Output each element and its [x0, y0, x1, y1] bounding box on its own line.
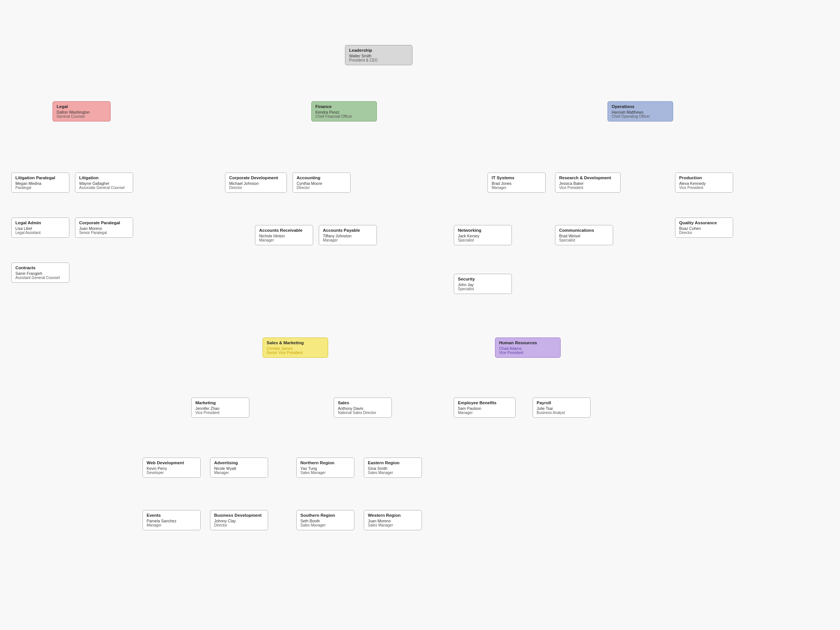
sales-marketing-node: Sales & Marketing Christie James Senior … [262, 338, 328, 358]
person-name: Megan Medina [15, 181, 65, 186]
person-name: Michael Johnson [229, 181, 283, 186]
person-role: Sales Manager [368, 523, 418, 527]
dept-label: Operations [612, 104, 669, 109]
dept-label: Western Region [368, 513, 418, 518]
dept-label: Contracts [15, 265, 65, 270]
dept-label: Production [679, 175, 729, 180]
person-name: Brad Weisel [559, 234, 609, 238]
dept-label: Accounts Receivable [259, 228, 309, 232]
person-name: Jack Kersey [458, 234, 508, 238]
person-name: Kendra Perez [315, 110, 373, 114]
person-role: Associate General Counsel [79, 186, 129, 190]
person-name: Chad Adams [499, 346, 556, 351]
it-systems-node: IT Systems Brad Jones Manager [488, 172, 546, 193]
person-name: Walter Smith [349, 54, 408, 58]
person-role: Manager [323, 238, 373, 242]
events-node: Events Pamela Sanchez Manager [142, 510, 201, 530]
dept-label: Quality Assurance [679, 221, 729, 225]
person-name: Juan Moreno [368, 519, 418, 523]
person-role: Director [214, 523, 264, 527]
person-role: Vice President [499, 351, 556, 355]
litigation-node: Litigation Wayne Gallagher Associate Gen… [75, 172, 133, 193]
southern-region-node: Southern Region Seth Booth Sales Manager [296, 510, 354, 530]
person-role: Chief Operating Officer [612, 114, 669, 118]
person-role: Manager [147, 523, 196, 527]
security-node: Security John Jay Specialist [454, 274, 512, 294]
dept-label: Advertising [214, 461, 264, 465]
dept-label: Litigation [79, 175, 129, 180]
person-name: Samir Frangieh [15, 271, 65, 276]
legal-admin-node: Legal Admin Lisa Libel Legal Assistant [11, 218, 69, 238]
person-name: Nichole Hinton [259, 234, 309, 238]
person-role: Developer [147, 471, 196, 475]
person-role: Chief Financial Officer [315, 114, 373, 118]
person-role: Business Analyst [537, 411, 586, 415]
person-role: President & CEO [349, 58, 408, 62]
eastern-region-node: Eastern Region Gina Smith Sales Manager [364, 458, 422, 478]
dept-label: Research & Development [559, 175, 616, 180]
dept-label: Sales & Marketing [267, 341, 324, 345]
person-name: Wayne Gallagher [79, 181, 129, 186]
person-role: Sales Manager [300, 471, 350, 475]
dept-label: Employee Benefits [458, 401, 512, 405]
person-name: Yao Tung [300, 466, 350, 471]
person-role: Manager [492, 186, 542, 190]
web-dev-node: Web Development Kevin Perry Developer [142, 458, 201, 478]
sales-node: Sales Anthony Davis National Sales Direc… [334, 398, 392, 418]
person-role: Paralegal [15, 186, 65, 190]
rd-node: Research & Development Jessica Baker Vic… [555, 172, 621, 193]
employee-benefits-node: Employee Benefits Sam Paulson Manager [454, 398, 516, 418]
person-role: National Sales Director [338, 411, 388, 415]
western-region-node: Western Region Juan Moreno Sales Manager [364, 510, 422, 530]
person-name: Julie Tsai [537, 406, 586, 411]
org-chart: Leadership Walter Smith President & CEO … [0, 0, 840, 630]
person-role: Legal Assistant [15, 231, 65, 235]
person-name: Kevin Perry [147, 466, 196, 471]
dept-label: Southern Region [300, 513, 350, 518]
person-role: Manager [458, 411, 512, 415]
dept-label: Networking [458, 228, 508, 232]
person-name: Gina Smith [368, 466, 418, 471]
dept-label: Accounting [297, 175, 346, 180]
person-name: Cynthia Moore [297, 181, 346, 186]
legal-node: Legal Dalton Washington General Counsel [52, 101, 111, 122]
person-name: Brad Jones [492, 181, 542, 186]
dept-label: Finance [315, 104, 373, 109]
corporate-dev-node: Corporate Development Michael Johnson Di… [225, 172, 287, 193]
person-role: Director [229, 186, 283, 190]
dept-label: Litigation Paralegal [15, 175, 65, 180]
dept-label: Events [147, 513, 196, 518]
person-role: Vice President [679, 186, 729, 190]
dept-label: Legal Admin [15, 221, 65, 225]
person-role: General Counsel [57, 114, 106, 118]
hr-node: Human Resources Chad Adams Vice Presiden… [495, 338, 561, 358]
person-name: Seth Booth [300, 519, 350, 523]
dept-label: Web Development [147, 461, 196, 465]
person-name: Nicole Wyatt [214, 466, 264, 471]
dept-label: Corporate Paralegal [79, 221, 129, 225]
contracts-node: Contracts Samir Frangieh Assistant Gener… [11, 262, 69, 283]
person-name: Christie James [267, 346, 324, 351]
dept-label: Security [458, 277, 508, 281]
business-dev-node: Business Development Johnny Clay Directo… [210, 510, 268, 530]
advertising-node: Advertising Nicole Wyatt Manager [210, 458, 268, 478]
marketing-node: Marketing Jennifer Zhao Vice President [191, 398, 249, 418]
person-name: Juan Moreno [79, 226, 129, 231]
person-name: Lisa Libel [15, 226, 65, 231]
person-role: Vice President [195, 411, 245, 415]
operations-node: Operations Hannah Matthews Chief Operati… [608, 101, 673, 122]
person-role: Senior Vice President [267, 351, 324, 355]
person-name: Boaz Cohen [679, 226, 729, 231]
person-role: Specialist [458, 238, 508, 242]
production-node: Production Alexa Kennedy Vice President [675, 172, 733, 193]
dept-label: Eastern Region [368, 461, 418, 465]
leadership-node: Leadership Walter Smith President & CEO [345, 45, 412, 65]
person-role: Manager [259, 238, 309, 242]
dept-label: Payroll [537, 401, 586, 405]
person-name: John Jay [458, 283, 508, 287]
person-name: Alexa Kennedy [679, 181, 729, 186]
person-name: Tiffany Johnston [323, 234, 373, 238]
person-name: Anthony Davis [338, 406, 388, 411]
person-role: Specialist [559, 238, 609, 242]
payroll-node: Payroll Julie Tsai Business Analyst [532, 398, 591, 418]
